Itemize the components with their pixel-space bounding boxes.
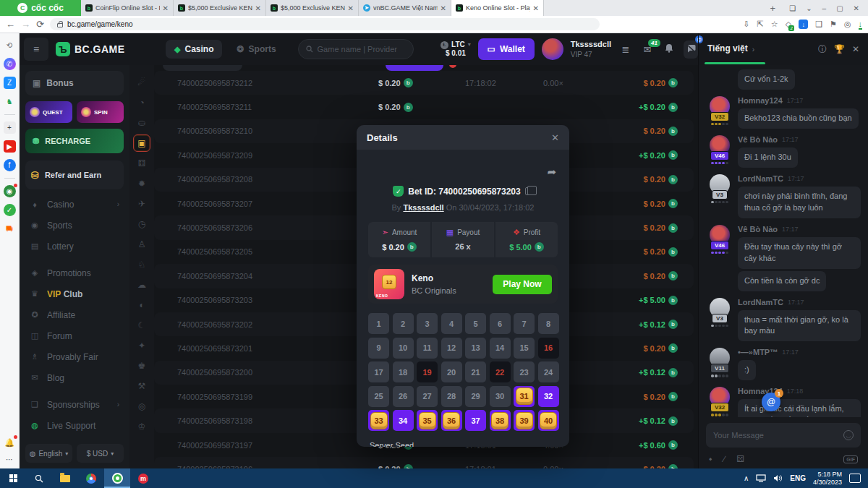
sidebar-item-promotions[interactable]: ◈Promotions xyxy=(25,262,124,283)
sidebar-item-casino[interactable]: ♦Casino› xyxy=(25,194,124,215)
keno-tile[interactable]: 9 xyxy=(368,338,389,359)
chat-username[interactable]: Homnay124 xyxy=(738,96,783,105)
game-rail-icon[interactable]: ◐ xyxy=(133,296,150,314)
chat-info-icon[interactable]: ⓘ xyxy=(818,43,827,56)
game-rail-icon[interactable]: ◷ xyxy=(133,215,150,233)
browser-tab[interactable]: bCoinFlip Online Slot - Play on✕ xyxy=(81,0,174,16)
coccoc-brand[interactable]: C cốc cốc xyxy=(0,0,81,16)
menu-hamburger-button[interactable]: ≡ xyxy=(24,38,48,61)
fiat-currency-select[interactable]: $ USD▾ xyxy=(77,444,124,463)
tab-list-icon[interactable]: ⌄ xyxy=(806,4,812,12)
game-rail-icon[interactable]: ☾ xyxy=(133,317,150,334)
play-now-button[interactable]: Play Now xyxy=(493,275,552,294)
keno-tile[interactable]: 6 xyxy=(490,313,511,334)
currency-selector[interactable]: Ł LTC ▾ $ 0.01 xyxy=(441,40,471,58)
sidebar-bonus[interactable]: ▣ Bonus xyxy=(25,71,124,95)
wallet-button[interactable]: ▭ Wallet xyxy=(478,38,535,60)
game-rail-icon[interactable]: ✈ xyxy=(133,195,150,213)
browser-tab[interactable]: b$5,000 Exclusive KENO Prest✕ xyxy=(174,0,266,16)
coccoc-taskbar-button[interactable] xyxy=(104,468,130,488)
user-info[interactable]: Tkssssdcll VIP 47 xyxy=(571,39,611,59)
network-icon[interactable] xyxy=(756,474,766,482)
browser-tab[interactable]: ➤vnBC.GAME Việt Nam Officia✕ xyxy=(359,0,451,16)
spin-button[interactable]: SPIN xyxy=(77,101,124,123)
minimize-button[interactable]: – xyxy=(822,4,827,12)
back-button[interactable]: ← xyxy=(6,19,15,30)
chat-username[interactable]: Vê Bò Nào xyxy=(738,135,778,144)
copy-icon[interactable] xyxy=(525,187,533,195)
keno-tile[interactable]: 39 xyxy=(514,410,535,431)
profile-icon[interactable]: ◎ xyxy=(844,20,851,29)
chat-username[interactable]: LordNamTC xyxy=(738,174,783,183)
tab-search-icon[interactable]: ❏ xyxy=(789,4,796,12)
keno-tile[interactable]: 5 xyxy=(465,313,486,334)
game-rail-icon[interactable]: ✹ xyxy=(133,175,150,192)
facebook-icon[interactable]: f xyxy=(4,159,16,171)
tab-close-icon[interactable]: ✕ xyxy=(533,4,539,12)
keno-tile[interactable]: 20 xyxy=(441,361,462,382)
add-icon[interactable]: + xyxy=(4,121,16,134)
keno-tile[interactable]: 21 xyxy=(465,361,486,382)
bet-username-link[interactable]: Tkssssdcll xyxy=(403,203,443,212)
save-page-icon[interactable]: ⇩ xyxy=(743,20,749,29)
download-manager-icon[interactable]: ↓ xyxy=(799,20,808,29)
games-icon[interactable]: ♞ xyxy=(4,95,16,108)
keno-tile[interactable]: 13 xyxy=(465,338,486,359)
keno-tile[interactable]: 12 xyxy=(441,338,462,359)
keno-tile[interactable]: 26 xyxy=(393,386,414,407)
maximize-button[interactable]: ▢ xyxy=(836,4,843,12)
quest-button[interactable]: QUEST xyxy=(25,101,72,123)
modal-close-button[interactable]: ✕ xyxy=(551,132,559,143)
reload-button[interactable]: ⟳ xyxy=(36,19,44,30)
shield-app-icon[interactable]: ✓ xyxy=(4,204,16,216)
trophy-icon[interactable]: 🏆 xyxy=(834,44,845,54)
game-rail-icon[interactable]: ♚ xyxy=(133,357,150,374)
game-rail-icon[interactable]: ✦ xyxy=(133,337,150,354)
keno-tile[interactable]: 28 xyxy=(441,386,462,407)
coin-rain-icon[interactable]: ⬩ xyxy=(709,454,712,464)
tab-close-icon[interactable]: ✕ xyxy=(255,4,261,12)
keno-tile[interactable]: 8 xyxy=(538,313,559,334)
keno-tile[interactable]: 19 xyxy=(417,361,438,382)
user-avatar[interactable] xyxy=(542,38,563,60)
sidebar-item-live-support[interactable]: ◍Live Support xyxy=(25,415,124,436)
game-rail-icon[interactable]: ☄ xyxy=(133,74,150,91)
table-row[interactable]: 74000250695873211$ 0.20b+$ 0.20b xyxy=(154,95,694,119)
keno-tile[interactable]: 37 xyxy=(465,410,486,431)
keno-tile[interactable]: 3 xyxy=(417,313,438,334)
game-rail-icon[interactable]: ♔ xyxy=(133,418,150,435)
url-field[interactable]: bc.game/game/keno xyxy=(50,18,600,30)
keno-tile[interactable]: 16 xyxy=(538,338,559,359)
keno-tile[interactable]: 23 xyxy=(514,361,535,382)
chat-rules-icon[interactable]: ∕ xyxy=(723,454,725,464)
game-rail-icon[interactable]: ☁ xyxy=(133,276,150,294)
keno-tile[interactable]: 15 xyxy=(514,338,535,359)
chat-username[interactable]: Vê Bò Nào xyxy=(738,225,778,234)
keno-tile[interactable]: 36 xyxy=(441,410,462,431)
history-icon[interactable]: ⟲ xyxy=(4,39,16,51)
game-rail-keno-icon[interactable]: ▣ xyxy=(133,134,150,152)
m-app-button[interactable]: m xyxy=(130,468,156,488)
tab-sports[interactable]: ❂ Sports xyxy=(228,40,284,59)
start-button[interactable] xyxy=(0,468,26,488)
cart-icon[interactable]: ⛟ xyxy=(4,223,16,235)
game-rail-icon[interactable]: ◎ xyxy=(133,398,150,415)
keno-tile[interactable]: 33 xyxy=(368,410,389,431)
youtube-icon[interactable]: ▶ xyxy=(4,140,16,153)
rail-more-icon[interactable]: ⋯ xyxy=(4,453,16,466)
sidebar-item-provably-fair[interactable]: ♗Provably Fair xyxy=(25,346,124,367)
keno-tile[interactable]: 18 xyxy=(393,361,414,382)
flag-icon[interactable]: ⚑ xyxy=(830,20,837,29)
keno-tile[interactable]: 22 xyxy=(490,361,511,382)
bcgame-logo[interactable]: Ъ BC.GAME xyxy=(56,42,131,56)
keno-tile[interactable]: 25 xyxy=(368,386,389,407)
chat-toggle-icon[interactable]: @ xyxy=(684,40,698,59)
file-explorer-button[interactable] xyxy=(52,468,78,488)
emoji-icon[interactable]: ◡ xyxy=(843,430,854,440)
gif-icon[interactable]: GIF xyxy=(843,455,858,463)
keno-tile[interactable]: 7 xyxy=(514,313,535,334)
keno-tile[interactable]: 32 xyxy=(538,386,559,407)
keno-tile[interactable]: 2 xyxy=(393,313,414,334)
game-rail-icon[interactable]: ⚒ xyxy=(133,377,150,395)
table-row[interactable]: 74000250695873196$ 0.20b17:18:010.00×$ 0… xyxy=(154,457,694,468)
